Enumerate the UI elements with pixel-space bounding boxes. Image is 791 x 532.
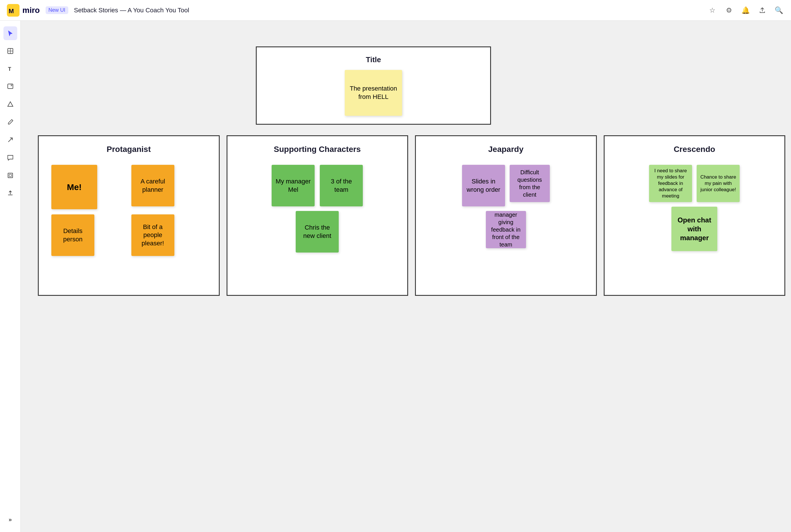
sticky-me[interactable]: Me! [51,165,97,209]
upload-tool[interactable] [3,186,17,200]
svg-rect-6 [8,84,13,89]
title-sticky[interactable]: The presentation from HELL [345,70,402,116]
sections-row: Protaganist Me! A careful planner Detail… [38,135,785,296]
title-frame-label: Title [366,55,381,64]
frame-tool[interactable] [3,169,17,182]
sidebar: T » [0,21,21,532]
supporting-title: Supporting Characters [234,145,401,154]
sticky-people-pleaser[interactable]: Bit of a people pleaser! [131,214,174,256]
topbar: M miro New UI Setback Stories — A You Co… [0,0,791,21]
expand-icon[interactable]: » [3,513,17,526]
sticky-careful-planner[interactable]: A careful planner [131,165,174,206]
sticky-manager-mel[interactable]: My manager Mel [272,165,315,206]
title-frame: Title The presentation from HELL [256,46,491,125]
sticky-share-slides[interactable]: I need to share my slides for feedback i… [649,165,692,202]
protagonist-title: Protaganist [45,145,212,154]
settings-icon[interactable]: ⚙ [724,5,734,16]
sticky-open-chat[interactable]: Open chat with manager [672,207,717,251]
svg-rect-9 [8,173,13,178]
shape-tool[interactable] [3,97,17,111]
sticky-share-pain[interactable]: Chance to share my pain with junior coll… [697,165,740,202]
jeopardy-title: Jeapardy [423,145,589,154]
canvas: Title The presentation from HELL Protaga… [21,21,791,532]
topbar-icons: ☆ ⚙ 🔔 🔍 [707,5,784,16]
protagonist-stickies: Me! A careful planner Details person Bit… [45,162,212,259]
comment-tool[interactable] [3,151,17,165]
star-icon[interactable]: ☆ [707,5,718,16]
share-icon[interactable] [757,5,768,16]
canvas-content: Title The presentation from HELL Protaga… [21,21,791,532]
sticky-chris[interactable]: Chris the new client [296,211,339,252]
text-tool[interactable]: T [3,62,17,76]
protagonist-frame: Protaganist Me! A careful planner Detail… [38,135,220,296]
logo-text: miro [22,6,40,15]
search-icon[interactable]: 🔍 [774,5,784,16]
sticky-manager-feedback[interactable]: manager giving feedback in front of the … [486,211,526,248]
new-ui-badge[interactable]: New UI [45,6,68,14]
pen-tool[interactable] [3,115,17,129]
cursor-tool[interactable] [3,26,17,40]
table-tool[interactable] [3,44,17,58]
jeopardy-frame: Jeapardy Slides in wrong order Difficult… [415,135,597,296]
sticky-slides-order[interactable]: Slides in wrong order [462,165,505,206]
crescendo-frame: Crescendo I need to share my slides for … [604,135,786,296]
svg-marker-7 [8,102,13,106]
notification-icon[interactable]: 🔔 [740,5,751,16]
miro-logo[interactable]: M miro [7,4,40,17]
board-title[interactable]: Setback Stories — A You Coach You Tool [74,6,189,14]
arrow-tool[interactable] [3,133,17,147]
supporting-frame: Supporting Characters My manager Mel 3 o… [226,135,408,296]
crescendo-title: Crescendo [611,145,778,154]
svg-line-8 [8,138,12,142]
svg-text:M: M [8,7,14,15]
sticky-details-person[interactable]: Details person [51,214,94,256]
sticky-3-team[interactable]: 3 of the team [320,165,363,206]
svg-text:T: T [8,66,11,72]
sticky-difficult-questions[interactable]: Difficult questions from the client [510,165,550,202]
sticky-tool[interactable] [3,80,17,93]
svg-rect-10 [9,174,12,176]
